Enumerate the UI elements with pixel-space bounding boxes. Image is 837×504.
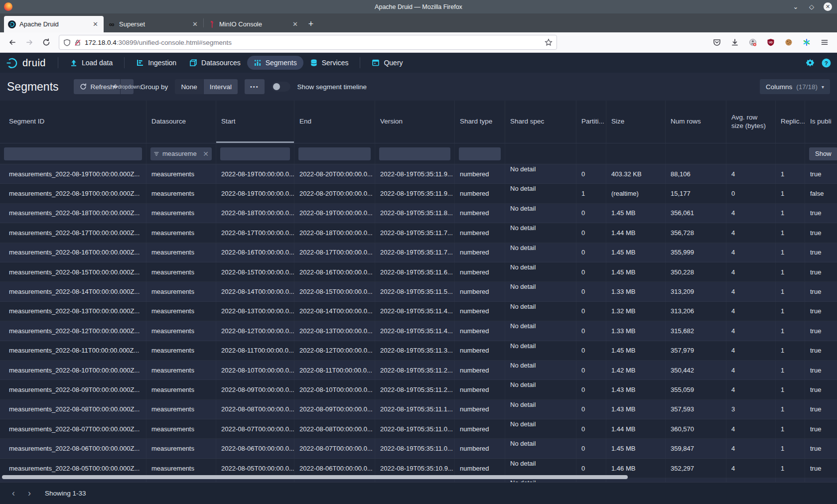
cell-avg-row-size: 4: [726, 380, 776, 399]
column-header-start[interactable]: Start: [216, 101, 294, 143]
table-row: measurements_2022-08-13T00:00:00.000Z...…: [0, 302, 837, 321]
cell-avg-row-size: 4: [726, 459, 776, 478]
column-header-replication[interactable]: Replic...: [776, 101, 805, 143]
cell-shard-spec: No detail: [505, 419, 576, 438]
cell-replicas: 1: [776, 243, 805, 262]
column-header-partition[interactable]: Partiti...: [576, 101, 606, 143]
next-page-button[interactable]: ›: [23, 487, 36, 500]
cell-is-published: [805, 478, 837, 482]
column-header-size[interactable]: Size: [606, 101, 666, 143]
cell-partition: 0: [576, 282, 606, 301]
cell-replicas: 1: [776, 204, 805, 223]
version-filter-input[interactable]: [379, 147, 450, 160]
cookie-icon[interactable]: [781, 35, 796, 50]
tracking-shield-icon[interactable]: [63, 39, 71, 46]
cell-id: measurements_2022-08-15T00:00:00.000Z...: [0, 262, 146, 281]
column-header-shard-spec[interactable]: Shard spec: [505, 101, 576, 143]
cell-datasource: measurements: [146, 184, 216, 203]
cell-replicas: 1: [776, 459, 805, 478]
ublock-icon[interactable]: UO: [763, 35, 778, 50]
column-header-shard-type[interactable]: Shard type: [455, 101, 505, 143]
window-maximize-button[interactable]: ◇: [808, 3, 816, 10]
cell-shard-type: numbered: [455, 184, 505, 203]
cell-id: measurements_2022-08-07T00:00:00.000Z...: [0, 419, 146, 438]
insecure-lock-icon[interactable]: [74, 39, 81, 46]
download-icon[interactable]: [727, 35, 742, 50]
cell-replicas: 1: [776, 223, 805, 242]
tab-close-icon[interactable]: ✕: [191, 20, 199, 28]
cell-num-rows: 355,059: [666, 380, 726, 399]
nav-item-segments[interactable]: Segments: [247, 56, 303, 70]
bookmark-star-icon[interactable]: [545, 38, 553, 46]
more-actions-button[interactable]: •••: [245, 79, 265, 94]
pocket-icon[interactable]: [709, 35, 724, 50]
help-icon[interactable]: ?: [822, 58, 831, 68]
horizontal-scrollbar[interactable]: [2, 475, 628, 479]
shard-type-filter-input[interactable]: [459, 147, 501, 160]
columns-label: Columns: [766, 83, 792, 91]
tab-minio-console[interactable]: MinIO Console ✕: [204, 16, 303, 32]
cell-datasource: measurements: [146, 321, 216, 340]
upload-icon: [70, 59, 78, 67]
cell-end: 2022-08-20T00:00:00.0...: [294, 184, 375, 203]
column-header-avg-row-size[interactable]: Avg. row size (bytes): [726, 101, 776, 143]
column-header-version[interactable]: Version: [375, 101, 455, 143]
filter-remove-icon[interactable]: ✕: [203, 150, 209, 158]
forward-button[interactable]: [22, 35, 37, 50]
window-minimize-button[interactable]: ⌄: [792, 3, 800, 10]
cell-end: 2022-08-20T00:00:00.0...: [294, 164, 375, 183]
cell-num-rows: 350,228: [666, 262, 726, 281]
column-header-is-published[interactable]: Is publi: [805, 101, 837, 143]
cell-num-rows: 313,209: [666, 282, 726, 301]
settings-gear-icon[interactable]: [806, 58, 815, 67]
cell-shard-spec: No detail: [505, 439, 576, 458]
druid-brand-text: druid: [22, 57, 46, 69]
tab-close-icon[interactable]: ✕: [291, 20, 299, 28]
cell-start: 2022-08-07T00:00:00.0...: [216, 419, 294, 438]
tab-close-icon[interactable]: ✕: [91, 20, 100, 28]
is-published-show-filter-button[interactable]: Show: [809, 147, 837, 160]
cell-is-published: true: [805, 361, 837, 379]
cell-partition: 0: [576, 302, 606, 321]
cell-version: 2022-08-19T05:35:11.4...: [375, 321, 455, 340]
columns-button[interactable]: Columns (17/18) ▾: [760, 79, 830, 94]
hamburger-menu-icon[interactable]: [817, 35, 832, 50]
nav-item-label: Datasources: [201, 59, 241, 67]
nav-item-load-data[interactable]: Load data: [63, 56, 119, 70]
cell-start: 2022-08-08T00:00:00.0...: [216, 400, 294, 419]
group-by-label: Group by: [140, 83, 168, 91]
extension-icon[interactable]: [745, 35, 760, 50]
column-header-segment-id[interactable]: Segment ID: [0, 101, 146, 143]
window-close-button[interactable]: ✕: [824, 2, 832, 11]
start-filter-input[interactable]: [220, 147, 290, 160]
segment-id-filter-input[interactable]: [4, 147, 142, 160]
table-row: measurements_2022-08-08T00:00:00.000Z...…: [0, 400, 837, 419]
datasource-filter-chip[interactable]: measureme ✕: [150, 147, 212, 160]
url-bar[interactable]: 172.18.0.4:30899/unified-console.html#se…: [59, 35, 557, 50]
nav-item-services[interactable]: Services: [303, 56, 355, 70]
group-by-none-button[interactable]: None: [175, 79, 203, 94]
table-row: measurements_2022-08-17T00:00:00.000Z...…: [0, 223, 837, 243]
prev-page-button[interactable]: ‹: [7, 487, 20, 500]
column-header-datasource[interactable]: Datasource: [146, 101, 216, 143]
cell-shard-spec: No detail: [505, 282, 576, 301]
segment-timeline-toggle[interactable]: [272, 82, 290, 92]
end-filter-input[interactable]: [298, 147, 371, 160]
group-by-interval-button[interactable]: Interval: [204, 79, 238, 94]
nav-item-ingestion[interactable]: Ingestion: [130, 56, 183, 70]
druid-logo[interactable]: druid: [6, 56, 53, 69]
nav-item-label: Services: [322, 59, 349, 67]
column-header-num-rows[interactable]: Num rows: [666, 101, 726, 143]
refresh-caret-button[interactable]: �dropdown;: [121, 79, 134, 94]
nav-item-query[interactable]: Query: [365, 56, 409, 70]
nav-item-datasources[interactable]: Datasources: [183, 56, 247, 70]
column-header-end[interactable]: End: [294, 101, 375, 143]
reload-button[interactable]: [39, 35, 54, 50]
new-tab-button[interactable]: +: [303, 16, 318, 32]
sparkle-extension-icon[interactable]: [799, 35, 814, 50]
tab-apache-druid[interactable]: Apache Druid ✕: [4, 16, 104, 32]
cell-end: 2022-08-13T00:00:00.0...: [294, 321, 375, 340]
back-button[interactable]: [5, 35, 20, 50]
tab-superset[interactable]: ∞ Superset ✕: [104, 16, 203, 32]
gantt-chart-icon: [136, 59, 144, 67]
